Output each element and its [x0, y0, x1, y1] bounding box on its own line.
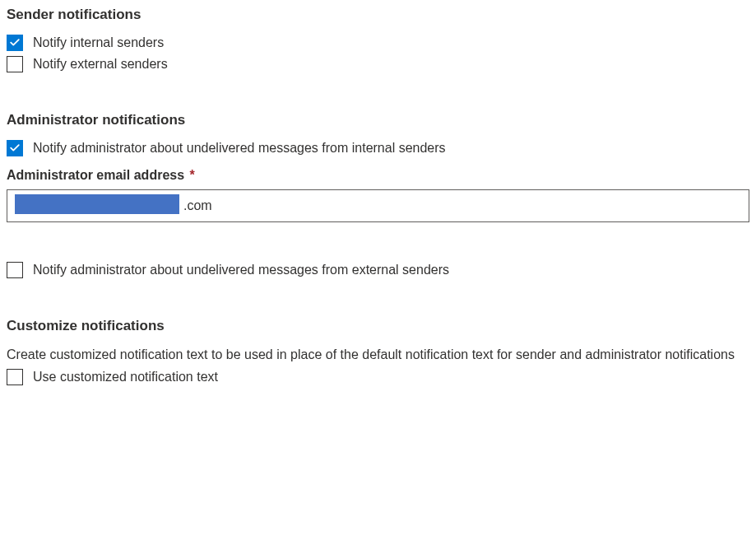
admin-notifications-section: Administrator notifications Notify admin… — [7, 112, 749, 278]
checkmark-icon — [9, 37, 21, 49]
notify-admin-external-checkbox[interactable] — [7, 262, 23, 278]
admin-email-input-wrap — [7, 189, 749, 222]
admin-email-input[interactable] — [7, 189, 749, 222]
required-marker: * — [190, 168, 195, 182]
notify-admin-external-label[interactable]: Notify administrator about undelivered m… — [33, 263, 449, 277]
notify-admin-external-row: Notify administrator about undelivered m… — [7, 262, 749, 278]
use-custom-text-checkbox[interactable] — [7, 369, 23, 385]
notify-internal-senders-row: Notify internal senders — [7, 35, 749, 51]
notify-internal-senders-label[interactable]: Notify internal senders — [33, 35, 164, 50]
admin-notifications-heading: Administrator notifications — [7, 112, 749, 128]
notify-admin-internal-row: Notify administrator about undelivered m… — [7, 140, 749, 156]
admin-email-label: Administrator email address * — [7, 168, 749, 183]
notify-external-senders-label[interactable]: Notify external senders — [33, 57, 168, 72]
use-custom-text-label[interactable]: Use customized notification text — [33, 370, 218, 385]
sender-notifications-heading: Sender notifications — [7, 7, 749, 23]
admin-email-label-text: Administrator email address — [7, 168, 184, 182]
checkmark-icon — [9, 142, 21, 154]
customize-notifications-section: Customize notifications Create customize… — [7, 318, 749, 385]
notify-admin-internal-label[interactable]: Notify administrator about undelivered m… — [33, 141, 446, 156]
notify-admin-internal-checkbox[interactable] — [7, 140, 23, 156]
use-custom-text-row: Use customized notification text — [7, 369, 749, 385]
notify-internal-senders-checkbox[interactable] — [7, 35, 23, 51]
sender-notifications-section: Sender notifications Notify internal sen… — [7, 7, 749, 72]
notify-external-senders-row: Notify external senders — [7, 56, 749, 72]
notify-external-senders-checkbox[interactable] — [7, 56, 23, 72]
customize-notifications-heading: Customize notifications — [7, 318, 749, 334]
customize-notifications-description: Create customized notification text to b… — [7, 346, 749, 364]
